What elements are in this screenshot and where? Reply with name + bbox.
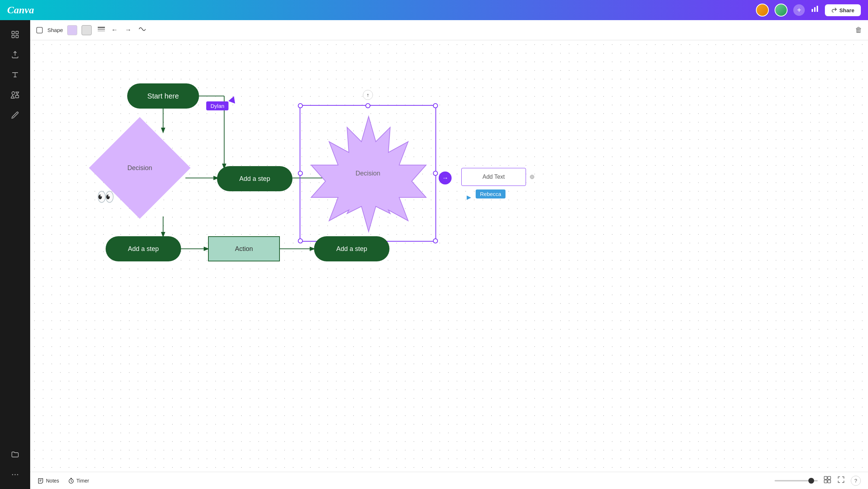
svg-rect-30 [824, 476, 827, 479]
start-here-label: Start here [147, 92, 179, 100]
bottombar-right: ? [775, 476, 861, 486]
svg-rect-0 [812, 9, 813, 12]
step-pill-bottom-left[interactable]: Add a step [106, 236, 181, 261]
sidebar-item-shapes[interactable] [6, 86, 24, 104]
svg-marker-26 [311, 116, 426, 232]
handle-bottom-right[interactable] [433, 238, 438, 243]
svg-rect-5 [12, 35, 14, 38]
delete-button[interactable]: 🗑 [855, 26, 862, 34]
header: Canva + Share [0, 0, 868, 20]
step-pill-bottom-right[interactable]: Add a step [314, 236, 389, 261]
step-right-label: Add a step [239, 175, 270, 183]
fill-color-swatch-dark[interactable] [82, 25, 92, 35]
canvas[interactable]: Start here Decision 👀 Add a step ↑ ↓ Dec… [30, 40, 868, 472]
svg-rect-31 [828, 476, 831, 479]
avatar-user2[interactable] [775, 4, 788, 17]
sidebar-item-more[interactable] [6, 466, 24, 483]
dylan-cursor [228, 95, 237, 104]
step-bottom-left-label: Add a step [128, 245, 159, 253]
action-rectangle[interactable]: Action [208, 236, 280, 261]
zoom-thumb[interactable] [808, 478, 814, 484]
purple-arrow-connector[interactable]: → [436, 169, 454, 187]
svg-rect-3 [12, 31, 14, 34]
grid-view-icon[interactable] [823, 476, 831, 485]
handle-top-right[interactable] [433, 103, 438, 108]
connector-style-button[interactable] [137, 24, 148, 36]
sidebar-item-text[interactable] [6, 66, 24, 83]
header-right: + Share [756, 4, 861, 17]
decision-diamond-label: Decision [127, 164, 152, 172]
add-text-label: Add Text [483, 174, 505, 180]
action-label: Action [235, 245, 253, 253]
fill-color-swatch-light[interactable] [67, 25, 77, 35]
svg-marker-10 [11, 95, 14, 98]
arrow-left-button[interactable]: ← [110, 25, 119, 35]
sidebar-item-grid[interactable] [6, 26, 24, 43]
avatar-user1[interactable] [756, 4, 769, 17]
notes-label: Notes [46, 478, 59, 484]
sidebar-item-folder[interactable] [6, 446, 24, 463]
star-burst-shape[interactable] [304, 109, 433, 239]
timer-label: Timer [77, 478, 89, 484]
rebecca-badge: Rebecca [476, 189, 505, 198]
svg-marker-8 [16, 92, 19, 95]
step-pill-right[interactable]: Add a step [217, 166, 292, 191]
handle-top-mid[interactable] [365, 103, 370, 108]
arrow-right-button[interactable]: → [123, 25, 133, 35]
svg-rect-9 [15, 95, 19, 98]
svg-point-13 [17, 474, 18, 475]
svg-rect-33 [828, 480, 831, 483]
handle-top-left[interactable] [298, 103, 303, 108]
svg-point-11 [12, 474, 13, 475]
shape-tool-icon[interactable] [36, 27, 43, 34]
logo[interactable]: Canva [7, 4, 34, 16]
svg-rect-2 [817, 6, 818, 12]
bottombar: Notes Timer ? [30, 472, 868, 489]
notes-button[interactable]: Notes [37, 477, 59, 484]
rotate-handle[interactable]: ↑ [363, 90, 373, 100]
handle-bottom-left[interactable] [298, 238, 303, 243]
share-label: Share [839, 7, 854, 13]
sidebar-item-pen[interactable] [6, 106, 24, 124]
svg-rect-6 [16, 35, 18, 38]
selected-shape-container[interactable]: ↑ ↓ Decision [300, 105, 436, 242]
svg-rect-1 [814, 7, 816, 12]
share-button[interactable]: Share [825, 4, 861, 16]
help-button[interactable]: ? [851, 476, 861, 486]
sidebar-item-upload[interactable] [6, 46, 24, 63]
dylan-badge: Dylan [206, 101, 228, 110]
rebecca-cursor: ▶ [467, 194, 471, 201]
zoom-bar [775, 480, 818, 481]
zoom-track[interactable] [775, 480, 818, 481]
eyes-sticker: 👀 [97, 188, 115, 205]
sidebar [0, 20, 30, 489]
fullscreen-icon[interactable] [837, 476, 845, 485]
timer-button[interactable]: Timer [68, 477, 89, 484]
start-here-shape[interactable]: Start here [127, 83, 199, 109]
svg-point-7 [12, 92, 15, 95]
toolbar: Shape ← → 🗑 [30, 20, 868, 40]
shape-label: Shape [47, 27, 63, 33]
add-text-box[interactable]: Add Text [461, 168, 526, 186]
step-bottom-right-label: Add a step [336, 245, 367, 253]
handle-left-mid[interactable] [298, 171, 303, 176]
bottombar-left: Notes Timer [37, 477, 89, 484]
purple-circle-arrow-icon[interactable]: → [439, 172, 452, 184]
add-collaborator-button[interactable]: + [793, 4, 805, 16]
text-box-handle[interactable] [530, 175, 534, 179]
svg-rect-32 [824, 480, 827, 483]
border-style-icon[interactable] [97, 26, 105, 34]
svg-rect-14 [37, 27, 42, 33]
toolbar-right: 🗑 [855, 26, 862, 34]
svg-rect-4 [16, 31, 18, 34]
svg-point-12 [15, 474, 16, 475]
analytics-icon[interactable] [811, 5, 819, 15]
